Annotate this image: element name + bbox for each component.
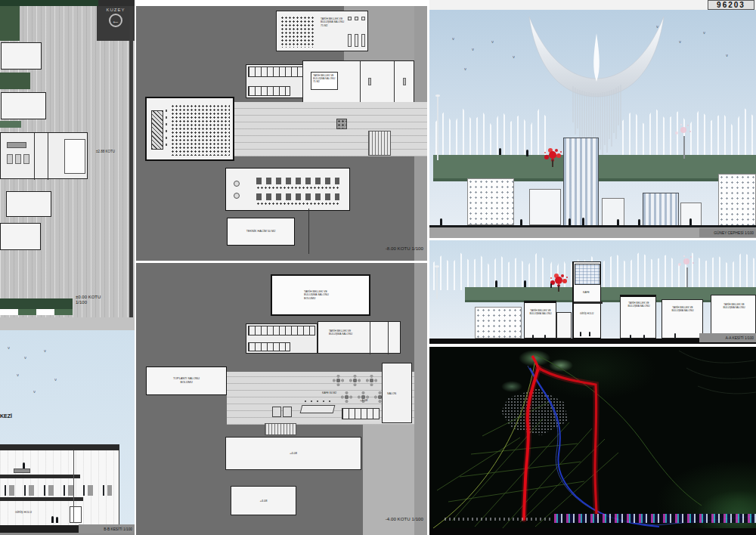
person-figure <box>495 280 497 287</box>
project-id-box: 96203 <box>708 0 754 10</box>
memory-dept-box: TARİH BELLEK VE BULUŞMA SALONU BÖLÜMÜ <box>271 274 370 316</box>
green-block <box>0 73 30 89</box>
person-figure <box>674 333 676 338</box>
person-figure <box>550 283 552 288</box>
plan-room <box>0 223 41 250</box>
memory-hall-room: TARİH BELLEK VE BULUŞMA SALONU 75 m2 <box>302 60 414 103</box>
person-figure <box>499 148 501 155</box>
bird-icon: v <box>17 373 19 377</box>
section-caption: A-A KESİTİ 1/100 <box>699 333 756 342</box>
project-id: 96203 <box>717 1 745 9</box>
bird-icon: v <box>452 37 454 41</box>
fixture <box>234 193 240 199</box>
desk <box>14 469 30 473</box>
counter <box>300 405 336 413</box>
dot-facade-building <box>467 178 514 225</box>
cafe-table <box>341 391 352 403</box>
column <box>73 450 74 523</box>
person-figure <box>582 218 584 225</box>
bird-icon: v <box>703 31 705 35</box>
elevation-caption: GÜNEY CEPHESİ 1/100 <box>699 228 756 237</box>
bird-icon: v <box>679 40 681 44</box>
floor-slab <box>0 475 80 478</box>
fixture <box>355 17 358 20</box>
wall-line <box>308 209 309 254</box>
wc-stalls <box>342 408 380 419</box>
level-note: ±2.88 KOTU <box>96 150 134 154</box>
chair <box>15 154 21 164</box>
chairs <box>256 202 339 206</box>
bird-icon: v <box>464 67 466 71</box>
salon-room: SALON <box>382 363 412 423</box>
level-mark: +4.08 <box>360 399 367 402</box>
pink-tree <box>680 127 686 133</box>
panel-section-aa: TARİH BELLEK VE BULUŞMA SALONU KAFE GİRİ… <box>429 240 756 344</box>
panel-south-elevation: 96203 v v v v v v v v v <box>429 0 756 238</box>
bird-icon: v <box>726 54 728 57</box>
chair <box>23 154 29 164</box>
presentation-board: KUZEY ← ±2.88 KOTU ±0.00 KOTU 1/100 <box>0 0 756 535</box>
plan-caption: ±0.00 KOTU 1/100 <box>76 295 130 305</box>
fixture <box>348 17 352 20</box>
top-green-bar <box>0 0 98 6</box>
tall-building-section: KAFE GİRİŞ HOLÜ <box>572 261 601 339</box>
chairs <box>256 186 339 190</box>
bird-icon: v <box>513 55 515 59</box>
building <box>529 189 561 225</box>
red-tree <box>549 151 556 159</box>
bird-icon: v <box>54 378 57 382</box>
label-box: TARİH BELLEK VE BULUŞMA SALONU 75 m2 <box>311 72 338 90</box>
bird-icon: v <box>472 48 474 51</box>
wc-stalls <box>248 342 290 351</box>
fixture <box>361 17 365 20</box>
panel-ground-plan: KUZEY ← ±2.88 KOTU ±0.00 KOTU 1/100 <box>0 0 135 330</box>
stage <box>151 110 163 150</box>
bird-icon: v <box>24 356 26 360</box>
seating-rows <box>280 16 315 48</box>
top-dark-bar <box>98 0 135 6</box>
dot-facade-building <box>718 174 756 227</box>
foyer-corridor: GİRİŞ HOLÜ 50 m2 <box>231 102 427 156</box>
cafe-table <box>366 375 377 386</box>
section-caption: B-B KESİTİ 1/100 <box>79 524 135 533</box>
fixture <box>234 181 240 187</box>
caption-scale: 1/100 <box>76 300 130 305</box>
foyer-marker <box>336 119 347 129</box>
building <box>602 198 624 227</box>
glass-roof-room <box>575 264 600 285</box>
lamp-post <box>436 268 438 299</box>
salon-label: SALON <box>387 392 396 395</box>
stairs <box>368 131 391 156</box>
plan-edge-wall <box>129 6 133 317</box>
inset-room <box>64 139 85 174</box>
panel-site-plan <box>429 347 756 535</box>
room-label: TARİH BELLEK VE BULUŞMA SALONU 75 m2 <box>321 17 345 27</box>
fixture <box>355 34 358 47</box>
person-figure <box>580 332 581 336</box>
pink-tree-trunk <box>686 268 688 287</box>
long-tables <box>256 193 339 200</box>
lamp-post <box>437 97 438 160</box>
person-figure <box>524 280 526 287</box>
plan-room <box>1 92 46 119</box>
door-frame <box>70 506 82 523</box>
stairs <box>265 423 296 435</box>
seminar-room: TARİH BELLEK VE BULUŞMA SALONU 75 m2 <box>276 11 368 51</box>
person-figure <box>56 517 58 523</box>
plan-caption: -4.00 KOTU 1/100 <box>355 516 423 521</box>
panel-plan-minus8: TARİH BELLEK VE BULUŞMA SALONU 75 m2 TAR… <box>136 6 427 261</box>
section-drawing: GİRİŞ HOLÜ B-B KESİTİ 1/100 <box>0 440 135 535</box>
bird-icon: v <box>8 346 10 350</box>
cafe-label: KAFE <box>583 291 590 294</box>
cafe-seating-row <box>5 485 112 496</box>
memory-room-section: TARİH BELLEK VE BULUŞMA SALONU <box>524 301 556 339</box>
plan-room <box>6 191 51 217</box>
cafe-label: KAFE 84 m2 <box>322 391 339 394</box>
fixture <box>403 78 406 85</box>
corridor-room <box>556 312 572 339</box>
terrace-box: +4.08 <box>231 486 296 515</box>
lit-strip <box>554 514 756 523</box>
side-seats <box>165 107 168 150</box>
road-marks <box>445 518 550 521</box>
cafe-table <box>349 375 361 386</box>
